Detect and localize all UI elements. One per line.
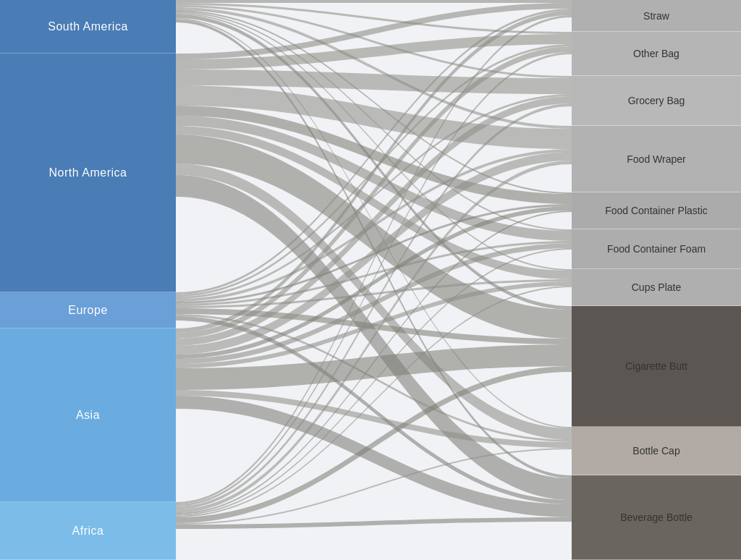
right-node-bottle-cap: Bottle Cap xyxy=(572,427,741,475)
right-node-food--container-foam: Food Container Foam xyxy=(572,229,741,269)
right-node-cups-plate: Cups Plate xyxy=(572,269,741,306)
right-node-other-bag: Other Bag xyxy=(572,32,741,76)
left-node-asia: Asia xyxy=(0,328,176,502)
right-node-food-wraper: Food Wraper xyxy=(572,126,741,192)
right-node-straw: Straw xyxy=(572,0,741,32)
left-column: South AmericaNorth AmericaEuropeAsiaAfri… xyxy=(0,0,176,560)
right-node-beverage-bottle: Beverage Bottle xyxy=(572,475,741,560)
right-node-cigarette-butt: Cigarette Butt xyxy=(572,306,741,427)
sankey-flow xyxy=(176,0,572,560)
left-node-europe: Europe xyxy=(0,292,176,328)
right-node-grocery-bag: Grocery Bag xyxy=(572,76,741,126)
right-node-food-container-plastic: Food Container Plastic xyxy=(572,192,741,229)
left-node-south-america: South America xyxy=(0,0,176,54)
right-column: StrawOther BagGrocery BagFood WraperFood… xyxy=(572,0,741,560)
flow-path xyxy=(176,517,572,529)
left-node-africa: Africa xyxy=(0,502,176,560)
flow-path xyxy=(176,0,572,3)
chart-container: South AmericaNorth AmericaEuropeAsiaAfri… xyxy=(0,0,741,560)
left-node-north-america: North America xyxy=(0,54,176,292)
